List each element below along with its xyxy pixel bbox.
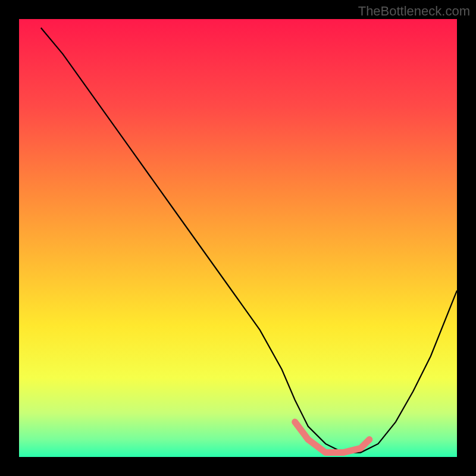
- chart-svg: [19, 19, 457, 457]
- chart-plot-area: [19, 19, 457, 457]
- watermark-text: TheBottleneck.com: [358, 4, 470, 19]
